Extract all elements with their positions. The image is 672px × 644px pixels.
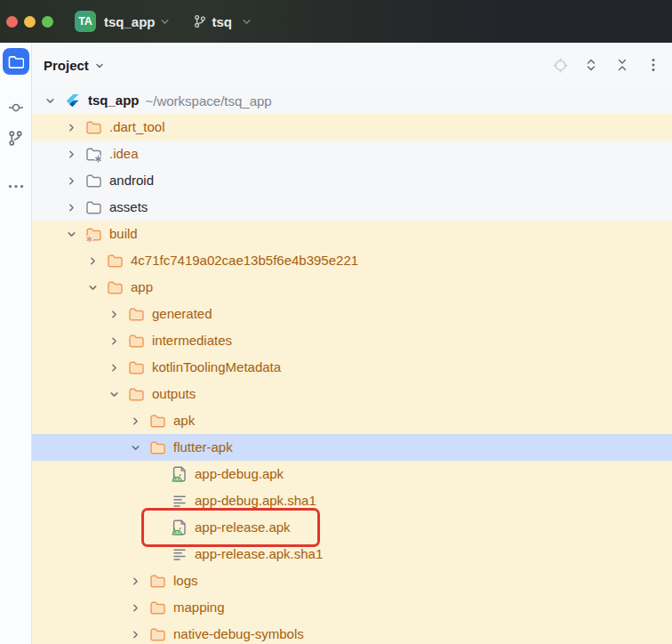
tree-row-outputs[interactable]: outputs bbox=[32, 381, 672, 407]
tree-row-assets[interactable]: assets bbox=[32, 194, 672, 221]
chevron-right-icon[interactable] bbox=[130, 628, 141, 640]
chevron-down-icon[interactable] bbox=[66, 228, 77, 240]
project-panel: Project bbox=[32, 43, 672, 644]
panel-actions bbox=[552, 57, 661, 73]
chevron-right-icon[interactable] bbox=[66, 121, 77, 133]
project-name[interactable]: tsq_app bbox=[104, 14, 156, 29]
flutter-icon bbox=[64, 93, 81, 109]
tool-window-stripe bbox=[0, 43, 32, 644]
folder-orange-icon bbox=[149, 626, 166, 642]
project-tool-window-button[interactable] bbox=[3, 48, 29, 75]
main-area: Project bbox=[0, 43, 672, 644]
git-branch-name: tsq bbox=[212, 14, 233, 29]
tree-row-label: .idea bbox=[109, 141, 139, 167]
tree-row-label: outputs bbox=[152, 381, 196, 407]
tree-row-intermediates[interactable]: intermediates bbox=[32, 327, 672, 354]
tree-row-logs[interactable]: logs bbox=[32, 568, 672, 594]
tree-row-apk[interactable]: apk bbox=[32, 407, 672, 434]
folder-orange-star-icon bbox=[85, 226, 102, 242]
chevron-down-icon[interactable] bbox=[108, 388, 120, 400]
chevron-spacer bbox=[151, 548, 163, 560]
tree-row-flutter-apk[interactable]: flutter-apk bbox=[32, 434, 672, 461]
tree-row-native-debug-symbols[interactable]: native-debug-symbols bbox=[32, 621, 672, 644]
tree-row--dart-tool[interactable]: .dart_tool bbox=[32, 114, 672, 141]
folder-gray-icon bbox=[85, 199, 102, 215]
more-options-button[interactable] bbox=[645, 57, 661, 73]
close-window-button[interactable] bbox=[6, 16, 18, 28]
tree-row-label: tsq_app bbox=[88, 87, 140, 114]
chevron-right-icon[interactable] bbox=[87, 254, 99, 267]
folder-orange-icon bbox=[149, 573, 166, 589]
tree-row-tsq-app[interactable]: tsq_app~/workspace/tsq_app bbox=[32, 87, 672, 114]
folder-orange-icon bbox=[128, 359, 145, 375]
chevron-spacer bbox=[151, 495, 163, 507]
tree-row-label: android bbox=[109, 167, 154, 194]
tree-row-label: app-release.apk bbox=[195, 514, 291, 541]
chevron-spacer bbox=[151, 468, 163, 480]
project-avatar: TA bbox=[75, 11, 96, 32]
collapse-all-button[interactable] bbox=[614, 57, 630, 73]
tree-row-app-release-apk-sha1[interactable]: app-release.apk.sha1 bbox=[32, 541, 672, 568]
chevron-right-icon[interactable] bbox=[108, 308, 120, 320]
tree-row-generated[interactable]: generated bbox=[32, 301, 672, 327]
tree-row-app-release-apk[interactable]: app-release.apk bbox=[32, 514, 672, 541]
maximize-window-button[interactable] bbox=[42, 16, 53, 28]
chevron-right-icon[interactable] bbox=[108, 334, 120, 347]
tree-row-label: mapping bbox=[173, 594, 225, 621]
chevron-down-icon[interactable] bbox=[130, 441, 141, 454]
chevron-down-icon[interactable] bbox=[87, 281, 99, 294]
view-mode-chevron-icon[interactable] bbox=[94, 60, 105, 71]
project-tree: tsq_app~/workspace/tsq_app.dart_tool.ide… bbox=[32, 87, 672, 644]
chevron-right-icon[interactable] bbox=[130, 415, 141, 427]
locate-file-button[interactable] bbox=[552, 57, 568, 73]
tree-row-4c71fc7419a02cae13b5f6e4b395e221[interactable]: 4c71fc7419a02cae13b5f6e4b395e221 bbox=[32, 247, 672, 274]
chevron-down-icon[interactable] bbox=[44, 94, 56, 107]
panel-title[interactable]: Project bbox=[44, 58, 89, 73]
tree-row-build[interactable]: build bbox=[32, 221, 672, 247]
chevron-right-icon[interactable] bbox=[130, 601, 141, 614]
folder-orange-icon bbox=[149, 413, 166, 429]
tree-row-app-debug-apk-sha1[interactable]: app-debug.apk.sha1 bbox=[32, 487, 672, 514]
window-controls bbox=[0, 16, 53, 28]
tree-row-android[interactable]: android bbox=[32, 167, 672, 194]
tree-row-label: intermediates bbox=[152, 327, 232, 354]
apk-file-icon bbox=[171, 466, 188, 482]
tree-row-kotlintoolingmetadata[interactable]: kotlinToolingMetadata bbox=[32, 354, 672, 381]
git-branch-icon bbox=[193, 14, 207, 28]
commit-tool-window-button[interactable] bbox=[8, 100, 24, 116]
folder-gray-star-icon bbox=[85, 146, 102, 162]
chevron-right-icon[interactable] bbox=[130, 575, 141, 587]
text-file-icon bbox=[171, 546, 188, 562]
chevron-right-icon[interactable] bbox=[66, 201, 77, 213]
project-path: ~/workspace/tsq_app bbox=[146, 93, 272, 109]
version-control-tool-window-button[interactable] bbox=[7, 130, 24, 147]
tree-row-label: .dart_tool bbox=[109, 114, 165, 141]
tree-row-mapping[interactable]: mapping bbox=[32, 594, 672, 621]
git-branch-widget[interactable]: tsq bbox=[193, 14, 252, 29]
more-tool-windows-button[interactable] bbox=[8, 184, 24, 189]
folder-icon bbox=[7, 54, 24, 69]
folder-orange-icon bbox=[107, 253, 124, 269]
tree-row-label: native-debug-symbols bbox=[173, 621, 304, 644]
tree-row-label: logs bbox=[173, 568, 198, 594]
expand-all-button[interactable] bbox=[583, 57, 599, 73]
tree-row-app-debug-apk[interactable]: app-debug.apk bbox=[32, 461, 672, 487]
chevron-right-icon[interactable] bbox=[66, 148, 77, 160]
git-branch-chevron-icon[interactable] bbox=[242, 17, 252, 27]
folder-orange-icon bbox=[85, 119, 102, 135]
tree-row-label: build bbox=[109, 221, 138, 247]
chevron-right-icon[interactable] bbox=[66, 174, 77, 187]
tree-row-app[interactable]: app bbox=[32, 274, 672, 301]
folder-orange-icon bbox=[128, 386, 145, 402]
minimize-window-button[interactable] bbox=[24, 16, 36, 28]
folder-orange-icon bbox=[128, 333, 145, 349]
annotation-box: app-release.apk bbox=[141, 508, 320, 547]
chevron-right-icon[interactable] bbox=[108, 361, 120, 374]
folder-orange-icon bbox=[149, 600, 166, 616]
project-switcher-chevron-icon[interactable] bbox=[160, 17, 170, 27]
folder-orange-icon bbox=[107, 279, 124, 295]
tree-row-label: assets bbox=[109, 194, 148, 221]
apk-file-icon bbox=[171, 519, 188, 535]
folder-gray-icon bbox=[85, 173, 102, 189]
tree-row--idea[interactable]: .idea bbox=[32, 141, 672, 167]
